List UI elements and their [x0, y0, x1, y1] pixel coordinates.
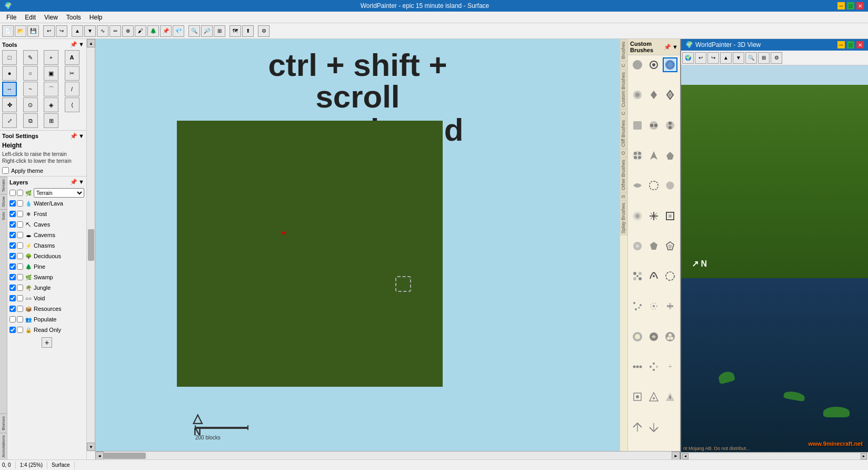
apply-theme-checkbox[interactable] — [2, 167, 9, 174]
ssl-custom[interactable]: C — [620, 61, 627, 70]
tb-resource[interactable]: 💎 — [173, 25, 184, 37]
layers-expand[interactable]: ▼ — [78, 179, 84, 185]
menu-tools[interactable]: Tools — [62, 13, 85, 22]
layer-readonly-vis[interactable] — [9, 327, 16, 333]
tb-redo[interactable]: ↪ — [56, 25, 67, 37]
tool-rotate[interactable]: ✤ — [2, 97, 17, 112]
tool-brush[interactable]: + — [44, 50, 58, 65]
v-scroll-track[interactable] — [87, 47, 95, 443]
brush-19[interactable] — [630, 239, 645, 253]
tool-scale[interactable]: ⤢ — [2, 113, 17, 128]
brushes-pin[interactable]: 📌 — [664, 44, 671, 51]
tool-clone[interactable]: ⧉ — [23, 113, 38, 128]
brush-20[interactable] — [646, 239, 661, 253]
layer-resources-lock[interactable] — [17, 306, 23, 312]
brush-36[interactable] — [663, 389, 677, 404]
brush-1[interactable] — [630, 57, 645, 72]
side-tab-biomes[interactable]: Biomes — [0, 414, 7, 433]
v3d-tb4[interactable]: ▲ — [720, 52, 732, 64]
v3d-tb8[interactable]: ⚙ — [771, 52, 782, 64]
brush-32[interactable] — [646, 359, 661, 374]
tool-diamond[interactable]: ◈ — [44, 97, 58, 112]
brush-13[interactable] — [630, 178, 645, 193]
tools-pin[interactable]: 📌 — [70, 41, 77, 48]
h-scroll-track[interactable] — [104, 452, 672, 459]
brush-16[interactable] — [630, 209, 645, 223]
layer-void-vis[interactable] — [9, 295, 16, 301]
scroll-up-btn[interactable]: ▲ — [87, 39, 95, 47]
tb-save[interactable]: 💾 — [27, 25, 39, 37]
layer-waterlava-vis[interactable] — [9, 200, 16, 207]
layers-pin[interactable]: 📌 — [70, 179, 77, 185]
scroll-right-btn[interactable]: ► — [672, 452, 680, 459]
tool-circle[interactable]: ○ — [23, 66, 38, 81]
layer-pine-vis[interactable] — [9, 263, 16, 270]
tb-lower[interactable]: ▼ — [84, 25, 96, 37]
layer-waterlava-lock[interactable] — [17, 200, 23, 207]
brush-10[interactable] — [630, 148, 645, 163]
brush-33[interactable]: ÷ — [663, 359, 677, 374]
side-tab-solo[interactable]: Solo — [0, 209, 7, 222]
layer-deciduous-lock[interactable] — [17, 253, 23, 259]
layer-readonly-lock[interactable] — [17, 327, 23, 333]
tool-erase[interactable]: ✂ — [65, 66, 79, 81]
ssl-c2[interactable]: C — [620, 109, 627, 117]
tool-bend[interactable]: ⟨ — [65, 97, 79, 112]
menu-help[interactable]: Help — [85, 13, 107, 22]
tool-fill[interactable]: ● — [2, 66, 17, 81]
view3d-scrollbar[interactable]: ◄ ► — [681, 452, 868, 459]
view3d-maximize[interactable]: □ — [847, 41, 854, 48]
layer-caverns-vis[interactable] — [9, 232, 16, 238]
layer-caves-lock[interactable] — [17, 221, 23, 228]
brush-18[interactable] — [663, 209, 677, 223]
brush-24[interactable] — [663, 269, 677, 283]
ssl-other[interactable]: Other Brushes — [620, 157, 627, 192]
brush-35[interactable] — [646, 389, 661, 404]
brush-30[interactable] — [663, 329, 677, 344]
ssl-splay[interactable]: Splay Brushes — [620, 200, 627, 236]
tool-grid-btn[interactable]: ⊞ — [44, 113, 58, 128]
brush-26[interactable] — [646, 299, 661, 314]
menu-view[interactable]: View — [40, 13, 62, 22]
v3d-tb3[interactable]: ↪ — [707, 52, 719, 64]
layer-frost-vis[interactable] — [9, 211, 16, 217]
close-button[interactable]: ✕ — [856, 2, 864, 9]
ssl-brushes[interactable]: Brushes — [620, 39, 627, 61]
v3d-tb5[interactable]: ▼ — [733, 52, 744, 64]
brushes-expand[interactable]: ▼ — [672, 44, 678, 51]
layer-populate-vis[interactable] — [9, 316, 16, 322]
scroll-down-btn[interactable]: ▼ — [87, 443, 95, 451]
brush-27[interactable] — [663, 299, 677, 314]
ssl-o[interactable]: O — [620, 149, 627, 157]
ts-pin-icon[interactable]: 📌 — [70, 133, 77, 140]
layer-chasms-vis[interactable] — [9, 242, 16, 249]
v3d-tb6[interactable]: 🔍 — [745, 52, 757, 64]
brush-9[interactable] — [663, 118, 677, 133]
view3d-close[interactable]: ✕ — [856, 41, 864, 48]
tool-select[interactable]: □ — [2, 50, 17, 65]
layer-void-lock[interactable] — [17, 295, 23, 301]
tb-paint[interactable]: 🖌 — [135, 25, 146, 37]
tb-annotation[interactable]: 📌 — [160, 25, 172, 37]
tool-text[interactable]: A — [65, 50, 79, 65]
brush-4[interactable] — [630, 87, 645, 102]
layer-jungle-lock[interactable] — [17, 285, 23, 291]
v3d-tb1[interactable]: 🌍 — [682, 52, 694, 64]
brush-25[interactable] — [630, 299, 645, 314]
brush-37[interactable] — [630, 420, 645, 435]
side-tab-show[interactable]: Show — [0, 194, 7, 209]
layer-pine-lock[interactable] — [17, 263, 23, 270]
tb-3dview[interactable]: 🗺 — [230, 25, 241, 37]
menu-file[interactable]: File — [2, 13, 21, 22]
layer-terrain-vis[interactable] — [9, 190, 16, 196]
tb-smooth[interactable]: ∿ — [97, 25, 108, 37]
layer-frost-lock[interactable] — [17, 211, 23, 217]
scroll-left-btn[interactable]: ◄ — [95, 452, 104, 459]
side-tab-annotations[interactable]: Annotations — [0, 433, 7, 459]
brush-2[interactable] — [646, 57, 661, 72]
tb-open[interactable]: 📂 — [15, 25, 26, 37]
brush-34[interactable] — [630, 389, 645, 404]
tb-settings[interactable]: ⚙ — [258, 25, 270, 37]
brush-11[interactable] — [646, 148, 661, 163]
layer-populate-lock[interactable] — [17, 316, 23, 322]
